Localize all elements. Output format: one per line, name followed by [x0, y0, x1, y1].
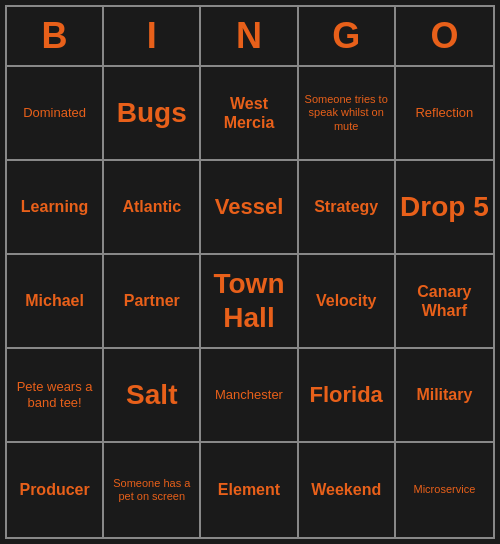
bingo-cell[interactable]: Reflection [396, 67, 493, 161]
bingo-cell[interactable]: Pete wears a band tee! [7, 349, 104, 443]
bingo-cell[interactable]: Canary Wharf [396, 255, 493, 349]
bingo-cell[interactable]: Town Hall [201, 255, 298, 349]
bingo-cell[interactable]: Michael [7, 255, 104, 349]
bingo-cell[interactable]: Velocity [299, 255, 396, 349]
bingo-cell[interactable]: Atlantic [104, 161, 201, 255]
header-letter: B [7, 7, 104, 65]
bingo-cell[interactable]: Learning [7, 161, 104, 255]
bingo-cell[interactable]: Strategy [299, 161, 396, 255]
bingo-cell[interactable]: Producer [7, 443, 104, 537]
bingo-cell[interactable]: Military [396, 349, 493, 443]
bingo-cell[interactable]: Vessel [201, 161, 298, 255]
bingo-cell[interactable]: West Mercia [201, 67, 298, 161]
bingo-header: BINGO [7, 7, 493, 67]
bingo-cell[interactable]: Weekend [299, 443, 396, 537]
bingo-grid: DominatedBugsWest MerciaSomeone tries to… [7, 67, 493, 537]
header-letter: G [299, 7, 396, 65]
bingo-cell[interactable]: Microservice [396, 443, 493, 537]
bingo-cell[interactable]: Manchester [201, 349, 298, 443]
header-letter: N [201, 7, 298, 65]
bingo-cell[interactable]: Someone tries to speak whilst on mute [299, 67, 396, 161]
bingo-cell[interactable]: Dominated [7, 67, 104, 161]
header-letter: O [396, 7, 493, 65]
header-letter: I [104, 7, 201, 65]
bingo-cell[interactable]: Drop 5 [396, 161, 493, 255]
bingo-cell[interactable]: Salt [104, 349, 201, 443]
bingo-card: BINGO DominatedBugsWest MerciaSomeone tr… [5, 5, 495, 539]
bingo-cell[interactable]: Element [201, 443, 298, 537]
bingo-cell[interactable]: Bugs [104, 67, 201, 161]
bingo-cell[interactable]: Florida [299, 349, 396, 443]
bingo-cell[interactable]: Partner [104, 255, 201, 349]
bingo-cell[interactable]: Someone has a pet on screen [104, 443, 201, 537]
